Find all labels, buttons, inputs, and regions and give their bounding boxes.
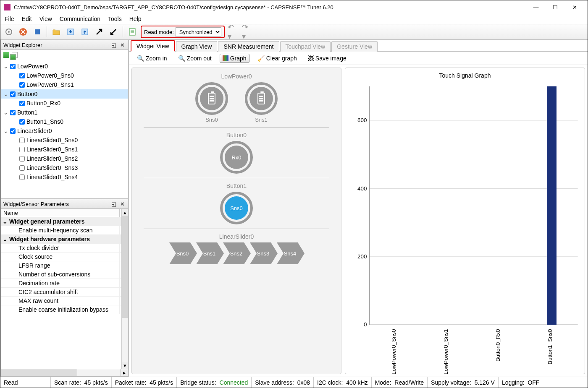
menu-bar: File Edit View Communication Tools Help bbox=[0, 14, 588, 24]
svg-text:400: 400 bbox=[357, 185, 367, 192]
slider-segment[interactable]: Sns1 bbox=[196, 242, 226, 264]
tree-checkbox[interactable] bbox=[10, 110, 16, 115]
tree-label: LinearSlider0_Sns4 bbox=[26, 174, 78, 180]
tree-checkbox[interactable] bbox=[10, 64, 16, 69]
status-bar: Read Scan rate: 45 pkts/s Packet rate: 4… bbox=[0, 377, 588, 388]
params-hscroll[interactable]: ▸ bbox=[0, 369, 129, 377]
read-mode-label: Read mode: bbox=[144, 29, 174, 35]
menu-view[interactable]: View bbox=[39, 16, 52, 22]
param-group[interactable]: ⌄ Widget general parameters bbox=[1, 217, 128, 226]
param-row[interactable]: Tx clock divider bbox=[1, 244, 128, 253]
tab-graph-view[interactable]: Graph View bbox=[176, 41, 218, 52]
sensor-widget[interactable]: Sns0 bbox=[220, 192, 253, 224]
tab-snr-measurement[interactable]: SNR Measurement bbox=[218, 41, 279, 52]
tree-twisty-icon[interactable]: ⌄ bbox=[3, 63, 8, 70]
param-row[interactable]: Number of sub-conversions bbox=[1, 270, 128, 279]
sensor-widget[interactable]: Sns0 bbox=[195, 82, 228, 123]
check-all-icon[interactable] bbox=[3, 52, 9, 58]
tree-row[interactable]: ⌄LowPower0 bbox=[1, 62, 128, 71]
tree-row[interactable]: LinearSlider0_Sns0 bbox=[1, 135, 128, 145]
collapse-all-icon[interactable] bbox=[10, 54, 16, 60]
tree-checkbox[interactable] bbox=[19, 165, 25, 171]
tree-checkbox[interactable] bbox=[19, 119, 25, 125]
tree-row[interactable]: LowPower0_Sns1 bbox=[1, 80, 128, 89]
tree-twisty-icon[interactable]: ⌄ bbox=[3, 128, 8, 134]
tree-checkbox[interactable] bbox=[10, 91, 16, 97]
undock-params-icon[interactable]: ◱ bbox=[110, 201, 117, 207]
undock-icon[interactable]: ◱ bbox=[110, 42, 117, 48]
param-row[interactable]: CIC2 accumulator shift bbox=[1, 288, 128, 297]
open-icon[interactable] bbox=[50, 26, 62, 38]
tree-checkbox[interactable] bbox=[19, 174, 25, 180]
tree-checkbox[interactable] bbox=[19, 73, 25, 78]
tree-row[interactable]: ⌄Button1 bbox=[1, 108, 128, 117]
slider-segment[interactable]: Sns0 bbox=[169, 242, 199, 264]
minimize-button[interactable]: — bbox=[526, 1, 546, 13]
tree-row[interactable]: ⌄Button0 bbox=[1, 89, 128, 99]
close-button[interactable]: ✕ bbox=[565, 1, 584, 13]
params-grid[interactable]: Name ⌄ Widget general parametersEnable m… bbox=[0, 209, 129, 369]
log-icon[interactable] bbox=[126, 26, 138, 38]
tree-row[interactable]: ⌄LinearSlider0 bbox=[1, 126, 128, 135]
widget-tree[interactable]: ⌄LowPower0LowPower0_Sns0LowPower0_Sns1⌄B… bbox=[0, 60, 129, 199]
zoom-out-button[interactable]: 🔍Zoom out bbox=[175, 54, 215, 63]
zoom-in-button[interactable]: 🔍Zoom in bbox=[134, 54, 170, 63]
redo-icon[interactable]: ↷ ▾ bbox=[242, 26, 253, 38]
save-image-button[interactable]: 🖼Save image bbox=[305, 54, 349, 63]
menu-tools[interactable]: Tools bbox=[108, 16, 122, 22]
sensor-widget[interactable]: Rx0 bbox=[220, 141, 253, 174]
send-icon[interactable] bbox=[93, 26, 105, 38]
tab-widget-view[interactable]: Widget View bbox=[131, 40, 175, 52]
slider-segment[interactable]: Sns2 bbox=[223, 242, 252, 264]
export-icon[interactable] bbox=[79, 26, 91, 38]
param-row[interactable]: Enable coarse initialization bypass bbox=[1, 305, 128, 314]
app-icon bbox=[4, 4, 10, 10]
menu-edit[interactable]: Edit bbox=[22, 16, 32, 22]
tree-checkbox[interactable] bbox=[19, 101, 25, 106]
svg-text:200: 200 bbox=[357, 253, 367, 260]
receive-icon[interactable] bbox=[108, 26, 119, 38]
import-icon[interactable] bbox=[65, 26, 76, 38]
stop-icon[interactable] bbox=[32, 26, 43, 38]
menu-communication[interactable]: Communication bbox=[60, 16, 100, 22]
read-mode-select[interactable]: Synchronized bbox=[176, 27, 221, 37]
tree-row[interactable]: Button0_Rx0 bbox=[1, 99, 128, 108]
param-group[interactable]: ⌄ Widget hardware parameters bbox=[1, 235, 128, 244]
param-row[interactable]: Clock source bbox=[1, 253, 128, 261]
tree-twisty-icon[interactable]: ⌄ bbox=[3, 91, 8, 97]
maximize-button[interactable]: ☐ bbox=[546, 1, 565, 13]
tree-row[interactable]: LowPower0_Sns0 bbox=[1, 71, 128, 80]
menu-file[interactable]: File bbox=[5, 16, 14, 22]
param-row[interactable]: Enable multi-frequency scan bbox=[1, 226, 128, 235]
sensor-widget[interactable]: Sns1 bbox=[245, 82, 278, 123]
tree-row[interactable]: LinearSlider0_Sns1 bbox=[1, 145, 128, 154]
tree-checkbox[interactable] bbox=[19, 156, 25, 161]
undo-icon[interactable]: ↶ ▾ bbox=[227, 26, 239, 38]
gear-icon[interactable] bbox=[3, 26, 15, 38]
graph-toggle-button[interactable]: Graph bbox=[220, 54, 249, 63]
clear-graph-button[interactable]: 🧹Clear graph bbox=[255, 54, 300, 63]
tree-checkbox[interactable] bbox=[10, 128, 16, 134]
param-row[interactable]: Decimation rate bbox=[1, 279, 128, 288]
tree-checkbox[interactable] bbox=[19, 147, 25, 152]
slider-segment[interactable]: Sns4 bbox=[277, 242, 306, 264]
params-scrollbar[interactable]: ▴▾ bbox=[121, 209, 128, 369]
disconnect-icon[interactable] bbox=[17, 26, 29, 38]
tree-twisty-icon[interactable]: ⌄ bbox=[3, 109, 8, 116]
tree-row[interactable]: Button1_Sns0 bbox=[1, 117, 128, 126]
tree-row[interactable]: LinearSlider0_Sns3 bbox=[1, 163, 128, 172]
tree-row[interactable]: LinearSlider0_Sns2 bbox=[1, 154, 128, 163]
tree-label: LowPower0 bbox=[17, 63, 48, 70]
param-row[interactable]: LFSR range bbox=[1, 261, 128, 270]
zoom-out-icon: 🔍 bbox=[178, 55, 185, 62]
read-mode-box: Read mode: Synchronized bbox=[141, 26, 225, 38]
close-panel-icon[interactable]: ✕ bbox=[119, 42, 126, 48]
param-row[interactable]: MAX raw count bbox=[1, 297, 128, 305]
tree-row[interactable]: LinearSlider0_Sns4 bbox=[1, 172, 128, 182]
tree-checkbox[interactable] bbox=[19, 82, 25, 88]
slider-segment[interactable]: Sns3 bbox=[250, 242, 279, 264]
close-params-icon[interactable]: ✕ bbox=[119, 201, 126, 207]
tree-checkbox[interactable] bbox=[19, 138, 25, 143]
menu-help[interactable]: Help bbox=[129, 16, 142, 22]
tree-label: Button1 bbox=[17, 109, 37, 116]
